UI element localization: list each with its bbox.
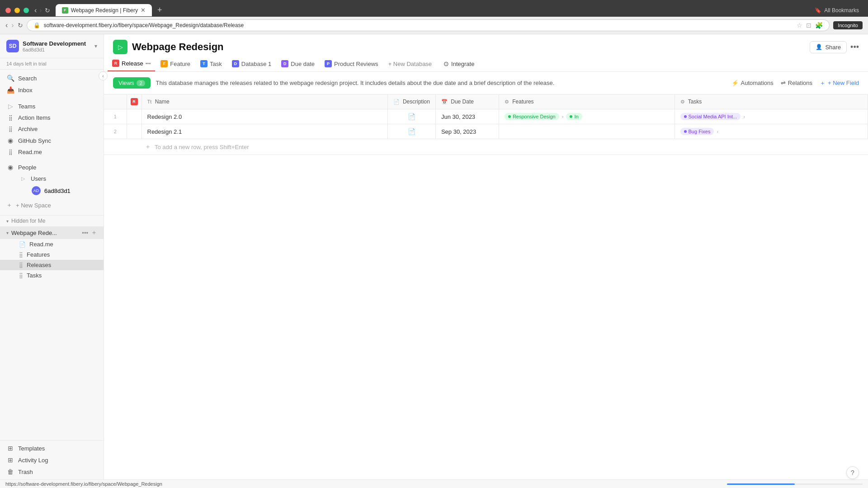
reload-button[interactable]: ↻ — [45, 7, 50, 14]
more-options-button[interactable]: ••• — [850, 42, 859, 52]
new-database-button[interactable]: + New Database — [384, 57, 436, 71]
task-tag[interactable]: Social Media API Int... — [680, 113, 741, 120]
task-chevron-icon: › — [743, 114, 745, 119]
task-dot-icon — [684, 115, 687, 118]
bottom-bar: https://software-development.fibery.io/f… — [0, 479, 868, 488]
close-icon[interactable]: ✕ — [141, 7, 146, 14]
row-name-cell[interactable]: Redesign 2.1 — [142, 124, 387, 139]
sidebar-item-users[interactable]: ▷ Users — [13, 173, 104, 184]
sidebar-label-templates: Templates — [18, 445, 97, 452]
hidden-section-label: Hidden for Me — [11, 218, 45, 224]
col-header-r: R — [127, 94, 142, 109]
new-field-button[interactable]: ＋ + New Field — [820, 79, 859, 87]
sidebar-item-search[interactable]: 🔍 Search — [0, 72, 104, 84]
all-bookmarks[interactable]: 🔖 All Bookmarks — [811, 5, 863, 15]
tab-release[interactable]: R Release ••• — [108, 56, 155, 71]
back-button[interactable]: ‹ — [34, 6, 37, 14]
feature-tag[interactable]: Responsive Design — [505, 113, 559, 120]
sidebar-item-teams[interactable]: ▷ Teams — [0, 100, 104, 112]
sidebar-item-readme-sub[interactable]: 📄 Read.me — [0, 239, 104, 249]
task-tag[interactable]: Bug Fixes — [680, 128, 714, 135]
row-name-cell[interactable]: Redesign 2.0 — [142, 109, 387, 124]
row-tasks-cell[interactable]: Social Media API Int... › — [675, 109, 868, 124]
add-row[interactable]: ＋ To add a new row, press Shift+Enter — [104, 139, 868, 155]
hidden-section-header[interactable]: ▾ Hidden for Me — [0, 216, 104, 226]
action-items-icon: ⣿ — [6, 115, 14, 121]
tasks-icon: ⣿ — [19, 272, 23, 279]
sidebar-item-github-sync[interactable]: ◉ GitHub Sync — [0, 135, 104, 146]
col-header-name[interactable]: Tt Name — [142, 94, 387, 109]
sidebar-label-archive: Archive — [18, 126, 97, 132]
sidebar-item-activity-log[interactable]: ⊞ Activity Log — [0, 454, 104, 466]
inbox-icon: 📥 — [6, 86, 14, 94]
row-tasks-cell[interactable]: Bug Fixes › — [675, 124, 868, 139]
views-label: Views — [118, 80, 134, 86]
sidebar-item-templates[interactable]: ⊞ Templates — [0, 442, 104, 454]
add-row-plus-icon[interactable]: ＋ — [145, 143, 151, 151]
help-button[interactable]: ? — [846, 466, 859, 479]
views-button[interactable]: Views 2 — [113, 77, 151, 89]
sidebar-item-user[interactable]: AD 6ad8d3d1 — [13, 184, 104, 197]
tab-product-reviews[interactable]: P Product Reviews — [320, 56, 383, 71]
address-bar[interactable]: 🔒 software-development.fibery.io/fibery/… — [27, 19, 830, 31]
automations-button[interactable]: ⚡ Automations — [731, 80, 774, 86]
col-header-description[interactable]: 📄 Description — [387, 94, 435, 109]
sidebar-item-archive[interactable]: ⣿ Archive — [0, 123, 104, 135]
sidebar-item-webpage-redesign[interactable]: ▾ Webpage Rede... ••• ＋ — [0, 226, 104, 239]
tab-ellipsis-icon[interactable]: ••• — [146, 61, 151, 66]
col-header-features[interactable]: ⚙ Features — [499, 94, 675, 109]
sidebar-item-tasks[interactable]: ⣿ Tasks — [0, 270, 104, 281]
row-features-cell[interactable]: Responsive Design › In — [499, 109, 675, 124]
share-button[interactable]: 👤 Share — [810, 41, 847, 53]
automations-label: Automations — [741, 80, 774, 86]
feature-tag-more[interactable]: In — [566, 113, 582, 120]
row-desc-cell[interactable]: 📄 — [387, 124, 435, 139]
integrate-button[interactable]: ⊙ Integrate — [439, 56, 479, 71]
tab-task[interactable]: T Task — [196, 56, 226, 71]
templates-icon: ⊞ — [6, 445, 14, 452]
tab-view-icon[interactable]: ⊡ — [806, 22, 811, 29]
col-header-rownum — [104, 94, 127, 109]
row-due-date-cell[interactable]: Jun 30, 2023 — [435, 109, 499, 124]
new-tab-button[interactable]: + — [154, 4, 166, 17]
sidebar-item-trash[interactable]: 🗑 Trash — [0, 466, 104, 478]
col-header-due-date[interactable]: 📅 Due Date — [435, 94, 499, 109]
tab-icon-release: R — [112, 60, 119, 67]
table-row[interactable]: 1 Redesign 2.0 📄 Jun 30, 2023 Responsive — [104, 109, 868, 124]
reload-nav-button[interactable]: ↻ — [18, 22, 23, 29]
forward-nav-button[interactable]: › — [11, 21, 14, 29]
webpage-add-icon[interactable]: ＋ — [91, 229, 97, 237]
tab-feature[interactable]: F Feature — [156, 56, 195, 71]
sidebar-label-readme-sub: Read.me — [29, 241, 53, 248]
sidebar-item-people[interactable]: ◉ People — [0, 161, 104, 173]
browser-tab[interactable]: F Webpage Redesign | Fibery ✕ — [56, 4, 152, 16]
sidebar-item-action-items[interactable]: ⣿ Action Items — [0, 112, 104, 123]
sidebar-label-search: Search — [18, 75, 97, 82]
workspace-chevron-icon[interactable]: ▾ — [94, 43, 97, 49]
workspace-id: 6ad8d3d1 — [23, 47, 91, 52]
row-desc-cell[interactable]: 📄 — [387, 109, 435, 124]
col-header-tasks[interactable]: ⚙ Tasks — [675, 94, 868, 109]
sidebar-item-new-space[interactable]: ＋ + New Space — [0, 199, 104, 211]
relations-button[interactable]: ⇌ Relations — [781, 80, 812, 86]
sidebar-collapse-button[interactable]: ‹ — [99, 71, 108, 80]
sidebar-item-inbox[interactable]: 📥 Inbox — [0, 84, 104, 96]
row-due-date-cell[interactable]: Sep 30, 2023 — [435, 124, 499, 139]
forward-button[interactable]: › — [39, 6, 42, 14]
description-text: This database manages the releases relat… — [156, 79, 726, 88]
sidebar-item-readme[interactable]: ⣿ Read.me — [0, 146, 104, 158]
tab-due-date[interactable]: D Due date — [277, 56, 319, 71]
row-features-cell[interactable] — [499, 124, 675, 139]
bookmark-icon[interactable]: ☆ — [797, 22, 802, 29]
webpage-more-icon[interactable]: ••• — [82, 230, 88, 236]
name-col-icon: Tt — [147, 99, 152, 104]
back-nav-button[interactable]: ‹ — [5, 21, 8, 29]
db-toolbar: Views 2 This database manages the releas… — [104, 72, 868, 94]
relations-label: Relations — [788, 80, 812, 86]
table-row[interactable]: 2 Redesign 2.1 📄 Sep 30, 2023 — [104, 124, 868, 139]
sidebar-item-releases[interactable]: ⣿ Releases — [0, 260, 104, 270]
sidebar-item-features[interactable]: ⣿ Features — [0, 249, 104, 260]
releases-icon: ⣿ — [19, 262, 23, 268]
extensions-icon[interactable]: 🧩 — [815, 22, 823, 29]
tab-database1[interactable]: D Database 1 — [227, 56, 276, 71]
